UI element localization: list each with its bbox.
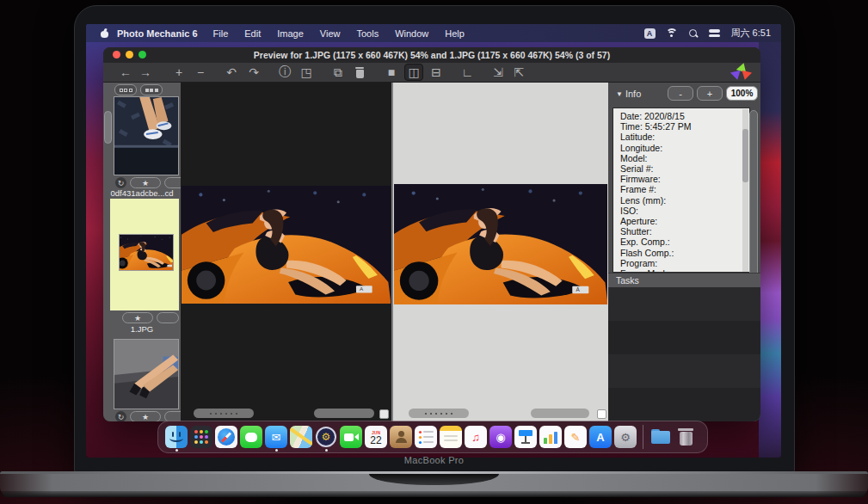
thumbnail-filename-1[interactable]: 0df431adcbe...cd [103,188,181,198]
export-icon[interactable]: ◳ [297,64,316,81]
menu-item-view[interactable]: View [320,28,341,39]
tasks-list[interactable] [608,287,760,421]
single-view-icon[interactable]: ■ [382,64,401,81]
desktop-wallpaper-right [759,24,781,458]
dock-icon-system-preferences[interactable]: ⚙ [614,422,637,452]
minimize-button[interactable] [126,51,133,58]
dock-icon-safari[interactable] [215,422,237,452]
zoom-in-icon[interactable]: + [169,64,188,81]
dock-icon-calendar[interactable]: JUN22 [365,422,387,452]
dock-icon-podcasts[interactable]: ◉ [489,422,512,452]
menu-item-file[interactable]: File [213,28,229,39]
info-field: Lens (mm): [613,195,749,206]
sidebar-scrollbar-thumb[interactable] [104,111,112,144]
thumbnail-image-2[interactable] [119,234,174,271]
rating-pill[interactable]: ★ [130,177,161,188]
forward-icon[interactable]: → [136,64,155,81]
rotate-icon[interactable]: ↻ [115,411,126,421]
wifi-icon[interactable] [666,28,678,38]
split-view-icon[interactable]: ⊟ [427,64,446,81]
menu-item-edit[interactable]: Edit [244,28,261,39]
info-icon[interactable]: ⓘ [275,64,294,81]
screen: Photo Mechanic 6 FileEditImageViewToolsW… [86,24,781,458]
thumb-size-large-button[interactable] [140,84,163,95]
zoom-level-button[interactable]: 100% [726,86,758,101]
dock-icon-launchpad[interactable] [190,422,212,452]
running-indicator [325,449,328,452]
window-content: ↻ ★ 0df431adcbe...cd ★ 1.JPG ↻ ★ [103,83,760,421]
menu-clock[interactable]: 周六 6:51 [731,27,771,40]
pane-scroll-pill[interactable] [531,409,589,418]
apple-menu-icon[interactable] [101,29,108,38]
dock-icon-maps[interactable] [290,422,312,452]
preview-image-left[interactable] [182,186,391,304]
menu-app-name[interactable]: Photo Mechanic 6 [117,28,198,39]
zoom-button[interactable] [139,51,146,58]
info-panel-scrollbar-thumb[interactable] [749,110,758,279]
thumbnail-image-1[interactable] [114,96,179,175]
dock-icon-app-store[interactable]: A [589,422,612,452]
zoom-out-button[interactable]: - [668,86,693,101]
pane-corner-button[interactable] [597,409,606,419]
back-icon[interactable]: ← [116,64,135,81]
preview-pane-left[interactable] [181,83,391,421]
info-disclosure[interactable]: ▼ Info [616,89,641,99]
tasks-header[interactable]: Tasks [608,273,760,287]
color-class-pill[interactable] [157,312,179,323]
color-class-pill[interactable] [164,177,181,188]
dock-icon-finder[interactable] [165,422,188,452]
preview-pane-right[interactable] [393,83,608,421]
preview-toolbar: ←→+−↶↷ⓘ◳⧉■◫⊟∟⇲⇱ [103,63,760,83]
running-indicator [175,449,178,452]
preview-image-right[interactable] [394,184,607,304]
dock-icon-music[interactable]: ♫ [465,422,487,452]
dock-icon-numbers[interactable] [539,422,562,452]
thumbnail-filename-2[interactable]: 1.JPG [103,324,181,334]
close-button[interactable] [113,51,120,58]
pane-dots-control[interactable] [409,409,469,418]
dock-icon-contacts[interactable] [390,422,412,452]
window-titlebar[interactable]: Preview for 1.JPG (1175 x 660 467K) 54% … [103,47,760,63]
input-source-icon[interactable]: A [644,28,656,39]
menu-item-help[interactable]: Help [445,28,465,39]
dock-icon-messages[interactable] [240,422,262,452]
control-center-icon[interactable] [709,29,721,38]
spotlight-search-icon[interactable] [688,28,699,39]
expand-icon[interactable]: ⇱ [509,64,528,81]
dock-icon-trash[interactable] [674,422,697,452]
menu-item-image[interactable]: Image [277,28,304,39]
menu-items: FileEditImageViewToolsWindowHelp [213,28,481,39]
rating-pill[interactable]: ★ [122,312,153,323]
dock-icon-keynote[interactable] [514,422,537,452]
menu-item-tools[interactable]: Tools [356,28,379,39]
thumbnail-image-3[interactable] [114,339,179,409]
dock-icon-reminders[interactable] [415,422,437,452]
pane-scroll-pill[interactable] [314,409,374,418]
pane-corner-button[interactable] [379,409,389,419]
dock-icon-notes[interactable] [440,422,462,452]
info-field: Firmware: [613,174,749,184]
rotate-left-icon[interactable]: ↶ [222,64,241,81]
thumb-size-small-button[interactable] [114,84,137,95]
dock-icon-photo-mechanic[interactable]: ⚙ [315,422,337,452]
tasks-title: Tasks [616,275,639,286]
pane-dots-control[interactable] [194,409,254,418]
menu-item-window[interactable]: Window [395,28,428,39]
rotate-icon[interactable]: ↻ [115,177,126,188]
dock-icon-downloads[interactable] [649,422,672,452]
copy-icon[interactable]: ⧉ [329,64,348,81]
zoom-out-icon[interactable]: − [191,64,210,81]
sort-icon[interactable]: ∟ [458,64,477,81]
two-up-view-icon[interactable]: ◫ [404,64,423,81]
zoom-in-button[interactable]: + [697,86,723,101]
dock-icon-pages[interactable]: ✎ [564,422,587,452]
info-field: Date: 2020/8/15 [613,111,749,121]
info-box-scrollbar-thumb[interactable] [742,129,748,182]
contract-icon[interactable]: ⇲ [489,64,508,81]
rotate-right-icon[interactable]: ↷ [244,64,263,81]
trash-icon[interactable] [350,64,369,81]
metadata-info-box[interactable]: Date: 2020/8/15Time: 5:45:27 PMLatitude:… [613,108,750,273]
dock-icon-mail[interactable]: ✉ [265,422,287,452]
dock-icon-facetime[interactable] [340,422,362,452]
rating-pill[interactable]: ★ [130,411,161,421]
